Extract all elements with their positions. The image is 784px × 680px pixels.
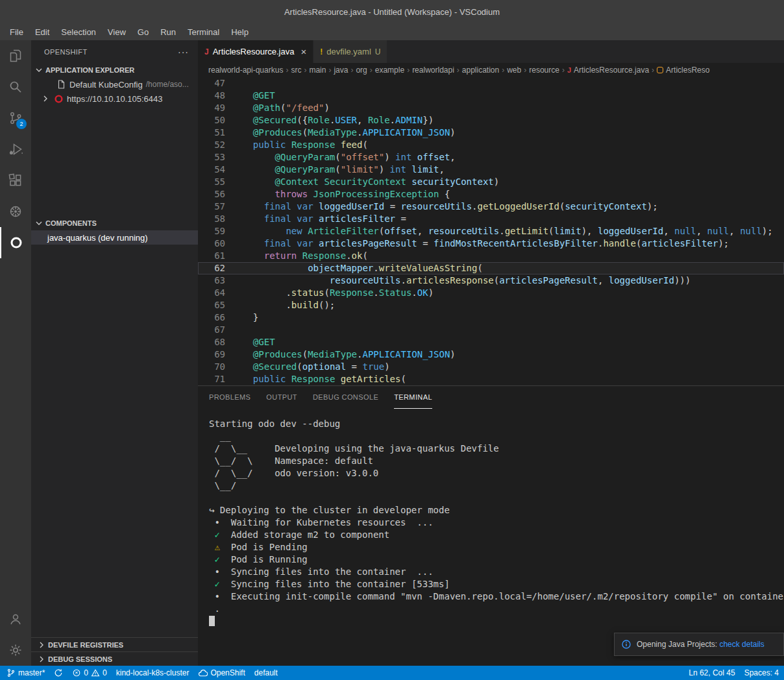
breadcrumb-item[interactable]: org — [356, 66, 367, 75]
search-icon[interactable] — [0, 71, 31, 103]
menu-edit[interactable]: Edit — [29, 25, 55, 39]
accounts-icon[interactable] — [0, 603, 31, 635]
breadcrumb-item[interactable]: realworldapi — [412, 66, 454, 75]
breadcrumb-item[interactable]: application — [462, 66, 499, 75]
code-text: @QueryParam("offset") int offset, — [225, 151, 456, 164]
settings-gear-icon[interactable] — [0, 635, 31, 666]
cursor-position-item[interactable]: Ln 62, Col 45 — [689, 668, 735, 677]
code-line-57[interactable]: 57 final var loggedUserId = resourceUtil… — [198, 200, 784, 213]
code-text: .build(); — [225, 299, 335, 311]
terminal-output[interactable]: Starting odo dev --debug __ / \__ Develo… — [198, 409, 784, 666]
extensions-icon[interactable] — [0, 165, 31, 196]
code-text — [225, 324, 242, 336]
breadcrumb-label: realworldapi — [412, 66, 454, 75]
terminal-cursor — [209, 616, 215, 626]
breadcrumb-separator: › — [369, 66, 374, 75]
section-label: DEVFILE REGISTRIES — [48, 641, 123, 649]
code-line-49[interactable]: 49 @Path("/feed") — [198, 102, 784, 114]
code-text: public Response feed( — [225, 139, 368, 151]
git-branch-item[interactable]: master* — [6, 668, 45, 677]
openshift-status-item[interactable]: OpenShift — [198, 668, 245, 678]
breadcrumb-item[interactable]: main — [309, 66, 326, 75]
tab-devfile.yaml[interactable]: !devfile.yamlU — [313, 40, 387, 63]
section-header-debug-sessions[interactable]: DEBUG SESSIONS — [31, 651, 198, 666]
line-number: 63 — [198, 274, 225, 287]
menu-terminal[interactable]: Terminal — [182, 25, 225, 39]
more-actions-icon[interactable]: ··· — [178, 47, 189, 57]
breadcrumb-item[interactable]: realworld-api-quarkus — [208, 66, 283, 75]
code-line-62[interactable]: 62 objectMapper.writeValueAsString( — [198, 262, 784, 274]
tree-item-cluster[interactable]: https://10.10.10.105:6443 — [31, 91, 198, 106]
code-line-61[interactable]: 61 return Response.ok( — [198, 250, 784, 262]
code-text: throws JsonProcessingException { — [225, 188, 450, 200]
openshift-icon[interactable] — [0, 227, 31, 258]
code-line-51[interactable]: 51 @Produces(MediaType.APPLICATION_JSON) — [198, 127, 784, 139]
tree-item-component[interactable]: java-quarkus (dev running) — [31, 230, 198, 245]
close-icon[interactable]: × — [300, 46, 306, 57]
code-line-47[interactable]: 47 — [198, 77, 784, 90]
breadcrumb-item[interactable]: java — [334, 66, 348, 75]
indentation-label: Spaces: 4 — [744, 668, 779, 677]
code-line-56[interactable]: 56 throws JsonProcessingException { — [198, 188, 784, 200]
code-line-65[interactable]: 65 .build(); — [198, 299, 784, 311]
line-number: 55 — [198, 176, 225, 188]
code-line-50[interactable]: 50 @Secured({Role.USER, Role.ADMIN}) — [198, 114, 784, 127]
problems-item[interactable]: 0 0 — [72, 668, 106, 677]
chevron-down-icon — [34, 65, 44, 75]
code-line-59[interactable]: 59 new ArticleFilter(offset, resourceUti… — [198, 225, 784, 237]
code-line-70[interactable]: 70 @Secured(optional = true) — [198, 361, 784, 373]
cursor-position-label: Ln 62, Col 45 — [689, 668, 735, 677]
menu-selection[interactable]: Selection — [55, 25, 101, 39]
menu-help[interactable]: Help — [225, 25, 254, 39]
code-line-52[interactable]: 52 public Response feed( — [198, 139, 784, 151]
breadcrumb-item[interactable]: example — [375, 66, 404, 75]
kube-context-item[interactable]: kind-local-k8s-cluster — [116, 668, 190, 677]
breadcrumb-item[interactable]: src — [291, 66, 301, 75]
menu-run[interactable]: Run — [154, 25, 182, 39]
line-number: 65 — [198, 299, 225, 311]
run-debug-icon[interactable] — [0, 134, 31, 165]
tab-ArticlesResource.java[interactable]: JArticlesResource.java× — [198, 40, 313, 63]
code-line-71[interactable]: 71 public Response getArticles( — [198, 373, 784, 385]
menu-go[interactable]: Go — [132, 25, 154, 39]
breadcrumb-item[interactable]: ArticlesReso — [657, 66, 709, 75]
editor-code[interactable]: 4748 @GET49 @Path("/feed")50 @Secured({R… — [198, 77, 784, 385]
panel-tab-output[interactable]: OUTPUT — [266, 386, 297, 409]
explorer-icon[interactable] — [0, 40, 31, 71]
java-file-icon: J — [204, 47, 209, 56]
panel-tab-problems[interactable]: PROBLEMS — [209, 386, 251, 409]
menu-view[interactable]: View — [102, 25, 132, 39]
code-line-66[interactable]: 66 } — [198, 311, 784, 324]
code-line-55[interactable]: 55 @Context SecurityContext securityCont… — [198, 176, 784, 188]
code-line-60[interactable]: 60 final var articlesPageResult = findMo… — [198, 237, 784, 250]
breadcrumb-item[interactable]: web — [507, 66, 521, 75]
panel-tabs: PROBLEMSOUTPUTDEBUG CONSOLETERMINAL — [198, 386, 784, 409]
code-line-53[interactable]: 53 @QueryParam("offset") int offset, — [198, 151, 784, 164]
panel-tab-debug-console[interactable]: DEBUG CONSOLE — [313, 386, 378, 409]
code-line-64[interactable]: 64 .status(Response.Status.OK) — [198, 287, 784, 299]
code-line-67[interactable]: 67 — [198, 324, 784, 336]
code-line-69[interactable]: 69 @Produces(MediaType.APPLICATION_JSON) — [198, 348, 784, 361]
code-line-48[interactable]: 48 @GET — [198, 90, 784, 102]
code-line-58[interactable]: 58 final var articlesFilter = — [198, 213, 784, 225]
warning-icon: ! — [320, 47, 323, 56]
section-header-application-explorer[interactable]: APPLICATION EXPLORER — [31, 63, 198, 77]
breadcrumb-item[interactable]: JArticlesResource.java — [567, 66, 649, 75]
section-header-devfile-registries[interactable]: DEVFILE REGISTRIES — [31, 637, 198, 651]
sync-item[interactable] — [54, 668, 63, 677]
code-text: final var articlesFilter = — [225, 213, 406, 225]
code-line-54[interactable]: 54 @QueryParam("limit") int limit, — [198, 164, 784, 176]
terminal-line: . — [209, 603, 784, 615]
code-line-68[interactable]: 68 @GET — [198, 336, 784, 348]
section-header-components[interactable]: COMPONENTS — [31, 216, 198, 230]
tree-item-kubeconfig[interactable]: Default KubeConfig /home/aso... — [31, 77, 198, 91]
kubernetes-icon[interactable] — [0, 196, 31, 227]
notification-link[interactable]: check details — [719, 640, 764, 649]
indentation-item[interactable]: Spaces: 4 — [744, 668, 779, 677]
source-control-icon[interactable]: 2 — [0, 103, 31, 134]
menu-file[interactable]: File — [4, 25, 29, 39]
code-line-63[interactable]: 63 resourceUtils.articlesResponse(articl… — [198, 274, 784, 287]
breadcrumb-item[interactable]: resource — [529, 66, 559, 75]
panel-tab-terminal[interactable]: TERMINAL — [394, 386, 432, 409]
namespace-item[interactable]: default — [254, 668, 278, 677]
